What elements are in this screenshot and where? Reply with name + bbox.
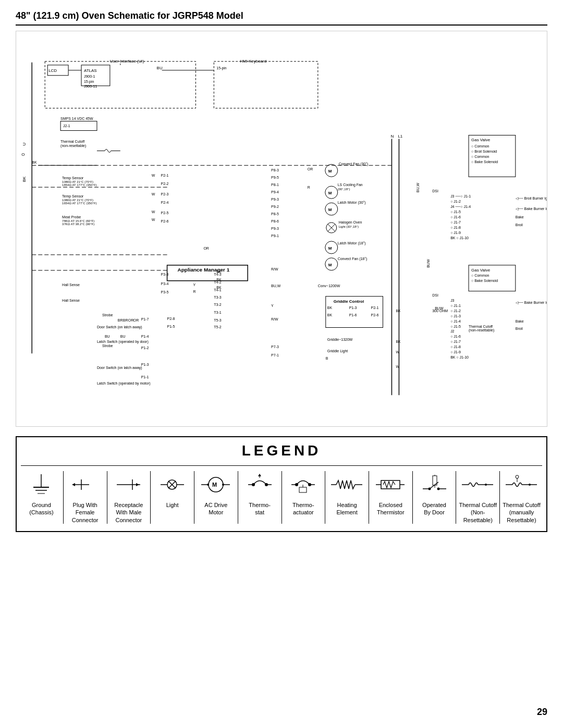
svg-text:◁── Bake Burner Ignitor: ◁── Bake Burner Ignitor — [516, 301, 547, 305]
svg-text:Door Switch (on latch away): Door Switch (on latch away) — [97, 325, 142, 329]
svg-text:O: O — [21, 152, 25, 157]
svg-text:Light (30°,18°): Light (30°,18°) — [339, 225, 359, 228]
svg-text:P2-1: P2-1 — [371, 306, 379, 310]
svg-text:B: B — [326, 356, 328, 360]
svg-text:(00°,18°): (00°,18°) — [338, 188, 350, 191]
svg-text:○ J1-2: ○ J1-2 — [450, 200, 461, 203]
svg-text:W: W — [152, 192, 155, 196]
svg-text:R: R — [193, 290, 195, 293]
legend-divider-9 — [412, 471, 413, 524]
svg-text:15-pin: 15-pin — [84, 80, 94, 84]
svg-marker-227 — [258, 474, 261, 476]
svg-text:Halogen Oven: Halogen Oven — [339, 220, 362, 225]
svg-text:DSI: DSI — [432, 189, 438, 193]
svg-text:○ J1-3: ○ J1-3 — [450, 314, 461, 318]
svg-text:Appliance Manager 1: Appliance Manager 1 — [178, 267, 230, 273]
svg-text:○ J1-9: ○ J1-9 — [450, 231, 461, 235]
svg-text:Latch Switch (operated by door: Latch Switch (operated by door) — [97, 340, 149, 344]
svg-text:○ Broil Solenoid: ○ Broil Solenoid — [471, 150, 497, 153]
svg-text:J4 ──○ J1-4: J4 ──○ J1-4 — [450, 205, 471, 208]
svg-text:P8-5: P8-5 — [271, 212, 279, 216]
svg-text:Gas Valve: Gas Valve — [471, 138, 491, 142]
svg-text:P1-7: P1-7 — [141, 317, 149, 321]
svg-text:P1-2: P1-2 — [141, 346, 149, 350]
ground-symbol — [28, 471, 54, 498]
svg-text:OR: OR — [133, 318, 139, 322]
receptacle-male-symbol — [114, 471, 143, 498]
svg-text:○ Common: ○ Common — [471, 274, 489, 277]
svg-text:BU: BU — [105, 335, 110, 338]
svg-text:1654Ω AT 177°C (350°F): 1654Ω AT 177°C (350°F) — [62, 202, 96, 205]
svg-text:○ J1-6: ○ J1-6 — [450, 335, 461, 338]
legend-divider-10 — [456, 471, 456, 524]
page-container: 48" (121.9 cm) Oven Schematic for JGRP54… — [0, 0, 563, 728]
svg-text:P9-2: P9-2 — [271, 205, 279, 208]
svg-text:Temp Sensor: Temp Sensor — [62, 176, 84, 180]
svg-text:J3: J3 — [450, 299, 454, 302]
svg-text:P1-3: P1-3 — [349, 306, 357, 310]
svg-text:Conv~1200W: Conv~1200W — [318, 284, 340, 288]
thermal-cutoff-manual-symbol — [505, 471, 538, 498]
legend-items: Ground(Chassis) Plug WithFemaleConnector — [21, 465, 542, 524]
legend-divider-3 — [150, 471, 151, 524]
svg-text:Strobe: Strobe — [102, 344, 113, 348]
svg-text:OR: OR — [128, 318, 133, 322]
svg-text:ATLAS: ATLAS — [84, 68, 97, 73]
svg-text:BK: BK — [216, 278, 222, 281]
legend-label-receptacle-male: ReceptacleWith MaleConnector — [114, 501, 143, 524]
svg-text:BK: BK — [396, 340, 401, 343]
legend-label-motor: AC DriveMotor — [204, 501, 227, 516]
svg-text:(non-resettable): (non-resettable) — [60, 144, 86, 148]
svg-text:Bake: Bake — [516, 319, 524, 323]
svg-text:LCD: LCD — [48, 68, 57, 73]
svg-text:J900-11: J900-11 — [84, 84, 97, 88]
svg-text:T3-2: T3-2 — [214, 303, 221, 306]
svg-text:T3-1: T3-1 — [214, 311, 221, 314]
svg-text:Thermal Cutoff: Thermal Cutoff — [469, 325, 493, 328]
svg-text:Broil: Broil — [516, 327, 523, 330]
svg-marker-205 — [72, 483, 75, 486]
thermo-actuator-symbol — [289, 471, 317, 498]
svg-text:○ J1-1: ○ J1-1 — [450, 304, 461, 307]
svg-text:BK: BK — [32, 161, 37, 164]
svg-text:Griddle Light: Griddle Light — [327, 349, 348, 353]
svg-text:◁── Bake Burner Ignitor: ◁── Bake Burner Ignitor — [516, 207, 547, 211]
svg-text:N: N — [390, 134, 394, 139]
legend-divider-6 — [282, 471, 282, 524]
svg-text:BK: BK — [327, 313, 333, 317]
svg-text:M: M — [328, 191, 332, 195]
legend-label-thermo-actuator: Thermo-actuator — [292, 501, 314, 516]
svg-text:○ J1-9: ○ J1-9 — [450, 350, 461, 354]
legend-divider-5 — [238, 471, 238, 524]
svg-text:P2-1: P2-1 — [161, 174, 169, 177]
svg-text:Latch Switch (operated by moto: Latch Switch (operated by motor) — [97, 381, 151, 386]
svg-rect-232 — [299, 487, 307, 492]
page-title: 48" (121.9 cm) Oven Schematic for JGRP54… — [16, 10, 547, 26]
legend-item-thermal-cutoff-manual: Thermal Cutoff(manuallyResettable) — [501, 471, 542, 524]
svg-text:P9-5: P9-5 — [271, 176, 279, 179]
svg-text:15-pin: 15-pin — [216, 66, 226, 70]
svg-text:Griddle Control: Griddle Control — [334, 299, 364, 304]
svg-text:Door Switch (on latch away): Door Switch (on latch away) — [97, 366, 142, 370]
legend-label-operated-door: OperatedBy Door — [422, 501, 446, 516]
svg-text:P9-3: P9-3 — [271, 227, 279, 230]
svg-text:37KΩ AT 38.2°C (90°F): 37KΩ AT 38.2°C (90°F) — [62, 223, 94, 226]
svg-text:○ Common: ○ Common — [471, 144, 489, 148]
schematic-area: U O BK LCD ATLAS J900-1 15-pin J900-11 U… — [16, 31, 547, 427]
svg-text:BR: BR — [123, 318, 128, 322]
thermal-cutoff-non-symbol — [461, 471, 495, 498]
svg-text:BU: BU — [120, 335, 126, 338]
schematic-svg: U O BK LCD ATLAS J900-1 15-pin J900-11 U… — [16, 31, 547, 426]
svg-text:Broil: Broil — [516, 223, 523, 227]
legend-item-receptacle-male: ReceptacleWith MaleConnector — [108, 471, 149, 524]
legend-label-heating-element: HeatingElement — [336, 501, 357, 516]
legend-label-plug-female: Plug WithFemaleConnector — [72, 501, 99, 524]
svg-text:Hall Sense: Hall Sense — [62, 299, 80, 302]
operated-door-symbol — [420, 471, 449, 498]
svg-text:P9-1: P9-1 — [271, 234, 279, 238]
legend-section: LEGEND Ground(Chassis) — [16, 436, 547, 532]
legend-divider-1 — [63, 471, 64, 524]
svg-text:R/W: R/W — [271, 317, 278, 321]
svg-text:J2: J2 — [450, 329, 454, 333]
svg-text:BK: BK — [327, 306, 333, 310]
